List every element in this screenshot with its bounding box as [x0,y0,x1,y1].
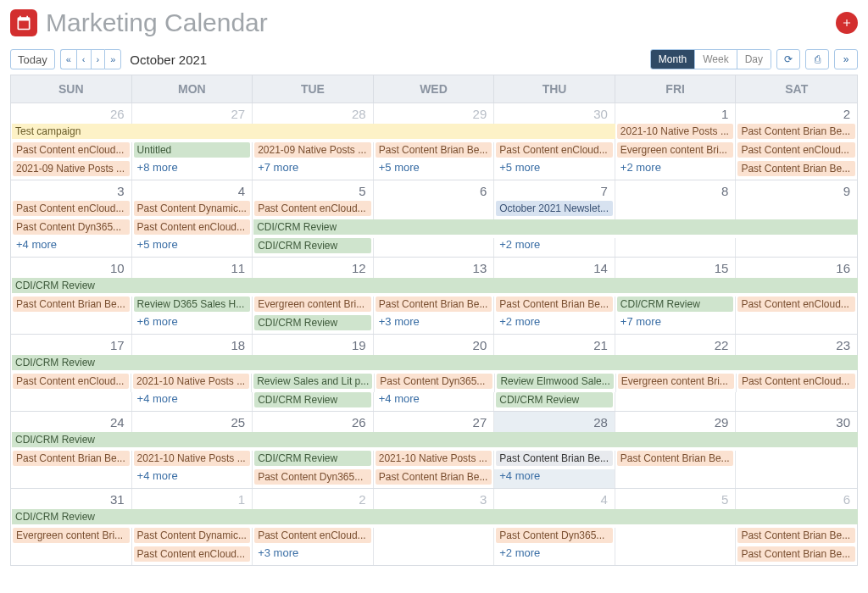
day-cell[interactable]: 2 [736,103,857,124]
calendar-event[interactable]: Evergreen content Bri... [254,296,371,312]
day-cell[interactable]: 12 [253,258,374,278]
calendar-event[interactable]: Past Content Brian Be... [496,451,613,466]
calendar-event[interactable]: Past Content Brian Be... [737,161,855,176]
day-cell[interactable]: 2 [253,489,374,509]
day-cell[interactable]: 23 [736,335,857,355]
more-button[interactable]: » [834,49,858,69]
nav-last-button[interactable]: » [104,49,121,69]
calendar-event[interactable]: Past Content Dyn365... [254,469,371,485]
day-cell[interactable]: 29 [615,412,737,432]
add-button[interactable] [836,12,858,34]
day-cell[interactable]: 9 [736,180,857,201]
refresh-button[interactable]: ⟳ [776,49,800,69]
calendar-event[interactable]: CDI/CRM Review [254,315,371,330]
calendar-event[interactable]: Past Content enCloud... [13,201,130,216]
calendar-event[interactable]: Past Content Dynamic... [134,528,251,543]
calendar-event[interactable]: Past Content enCloud... [254,201,371,216]
calendar-event[interactable]: Past Content enCloud... [737,142,855,158]
calendar-event[interactable]: Past Content Dyn365... [376,374,492,389]
day-cell[interactable]: 4 [132,180,253,201]
calendar-event[interactable]: Evergreen content Bri... [618,374,734,389]
day-cell[interactable]: 19 [253,335,374,355]
calendar-event[interactable]: CDI/CRM Review [12,432,858,447]
calendar-event[interactable]: Past Content Dyn365... [496,528,613,543]
calendar-event[interactable]: October 2021 Newslet... [496,201,613,216]
calendar-event[interactable]: Past Content Brian Be... [13,296,130,312]
calendar-event[interactable]: 2021-10 Native Posts ... [133,374,249,389]
day-cell[interactable]: 29 [374,103,495,124]
day-cell[interactable]: 22 [615,335,737,355]
more-link[interactable]: +3 more [254,546,371,562]
more-link[interactable]: +4 more [376,392,492,407]
nav-first-button[interactable]: « [60,49,76,69]
day-cell[interactable]: 8 [615,180,737,201]
more-link[interactable]: +2 more [496,546,613,562]
day-cell[interactable]: 10 [11,258,132,278]
calendar-event[interactable]: Past Content Dyn365... [13,219,130,235]
day-cell[interactable]: 27 [132,103,253,124]
calendar-event[interactable]: Past Content Brian Be... [376,296,492,312]
calendar-event[interactable]: Past Content Brian Be... [737,546,855,562]
more-link[interactable]: +8 more [134,161,251,176]
calendar-event[interactable]: CDI/CRM Review [253,219,858,235]
calendar-event[interactable]: Past Content Brian Be... [617,451,734,466]
day-cell[interactable]: 1 [615,103,737,124]
calendar-event[interactable]: 2021-10 Native Posts ... [134,451,251,466]
calendar-event[interactable]: Past Content Brian Be... [737,124,855,139]
day-cell[interactable]: 24 [11,412,132,432]
view-week[interactable]: Week [695,50,737,69]
view-day[interactable]: Day [737,50,771,69]
calendar-event[interactable]: Past Content enCloud... [13,374,129,389]
calendar-event[interactable]: Past Content enCloud... [254,528,371,543]
calendar-event[interactable]: 2021-09 Native Posts ... [254,142,371,158]
calendar-event[interactable]: Past Content Brian Be... [496,296,613,312]
day-cell[interactable]: 4 [494,489,615,509]
day-cell[interactable]: 30 [736,412,857,432]
day-cell[interactable]: 31 [11,489,132,509]
calendar-event[interactable]: Test campaign [12,124,615,139]
calendar-event[interactable]: Past Content enCloud... [738,374,855,389]
day-cell[interactable]: 20 [374,335,495,355]
day-cell[interactable]: 1 [132,489,253,509]
day-cell[interactable]: 18 [132,335,253,355]
nav-next-button[interactable]: › [91,49,105,69]
more-link[interactable]: +3 more [376,315,492,330]
day-cell[interactable]: 26 [11,103,132,124]
more-link[interactable]: +4 more [134,392,251,407]
day-cell[interactable]: 5 [253,180,374,201]
more-link[interactable]: +4 more [134,469,251,485]
calendar-event[interactable]: CDI/CRM Review [254,238,371,253]
calendar-event[interactable]: CDI/CRM Review [254,451,371,466]
day-cell[interactable]: 6 [374,180,495,201]
calendar-event[interactable]: Past Content Brian Be... [737,528,855,543]
calendar-event[interactable]: CDI/CRM Review [12,278,858,293]
calendar-event[interactable]: Review Sales and Lit p... [253,374,372,389]
more-link[interactable]: +5 more [376,161,492,176]
calendar-event[interactable]: CDI/CRM Review [12,355,858,370]
calendar-event[interactable]: 2021-10 Native Posts ... [376,451,492,466]
calendar-event[interactable]: Past Content enCloud... [496,142,613,158]
more-link[interactable]: +2 more [617,161,734,176]
view-month[interactable]: Month [651,50,695,69]
more-link[interactable]: +7 more [617,315,734,330]
nav-prev-button[interactable]: ‹ [76,49,91,69]
more-link[interactable]: +6 more [134,315,251,330]
day-cell[interactable]: 14 [494,258,615,278]
calendar-event[interactable]: CDI/CRM Review [254,392,371,407]
calendar-event[interactable]: CDI/CRM Review [496,392,613,407]
day-cell[interactable]: 21 [494,335,615,355]
calendar-event[interactable]: CDI/CRM Review [12,509,858,524]
day-cell[interactable]: 25 [132,412,253,432]
day-cell[interactable]: 6 [736,489,857,509]
calendar-event[interactable]: 2021-09 Native Posts ... [13,161,130,176]
more-link[interactable]: +2 more [496,238,613,253]
calendar-event[interactable]: Evergreen content Bri... [617,142,734,158]
print-button[interactable]: ⎙ [805,49,829,69]
day-cell[interactable]: 30 [494,103,615,124]
day-cell[interactable]: 7 [494,180,615,201]
calendar-event[interactable]: Past Content enCloud... [134,546,251,562]
more-link[interactable]: +4 more [13,238,130,253]
more-link[interactable]: +5 more [496,161,613,176]
calendar-event[interactable]: Past Content enCloud... [13,142,130,158]
calendar-event[interactable]: Past Content Brian Be... [376,142,492,158]
